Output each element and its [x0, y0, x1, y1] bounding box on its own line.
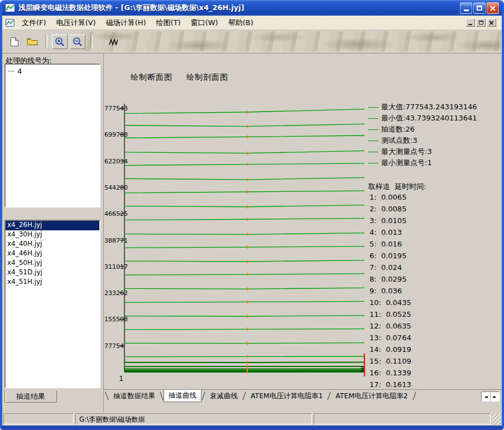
menu-item[interactable]: 窗口(W): [186, 16, 223, 30]
delay-line: 3: 0.0105: [368, 216, 502, 228]
list-item[interactable]: x4_51D.jyj: [6, 268, 99, 278]
mdi-restore-icon: [479, 21, 483, 25]
mdi-minimize-icon: [468, 24, 472, 25]
mdi-minimize-button[interactable]: [465, 18, 475, 27]
info-lines: 最大值:777543.243193146最小值:43.7393240113641…: [368, 102, 502, 168]
leader-line: [368, 163, 378, 163]
maximize-icon: [477, 6, 482, 11]
list-item[interactable]: x4_30H.jyj: [6, 230, 99, 240]
svg-text:1: 1: [119, 374, 123, 383]
info-line: 抽道数:26: [368, 124, 502, 135]
draw-profile-button[interactable]: 绘制剖面图: [184, 71, 231, 84]
toolbar-buttons: [7, 35, 124, 49]
waveform-icon: [109, 37, 119, 46]
delay-line: 9: 0.036: [368, 287, 502, 298]
status-path: G:\李丽数据\磁场数据: [75, 413, 312, 424]
svg-text:3: 3: [359, 365, 364, 373]
menu-item[interactable]: 文件(F): [17, 16, 51, 30]
zoom-out-button[interactable]: [70, 35, 85, 49]
delay-line: 15: 0.1109: [368, 357, 502, 369]
tab-item[interactable]: ATEM电压计算电阻率2: [331, 390, 412, 402]
waveform-button[interactable]: [106, 35, 122, 49]
tab-item[interactable]: 抽道数据结果: [109, 390, 160, 402]
delay-line: 4: 0.013: [368, 228, 502, 240]
chart-annotations: 最大值:777543.243193146最小值:43.7393240113641…: [368, 102, 502, 392]
minimize-button[interactable]: [460, 2, 472, 14]
file-list[interactable]: x4_26H.jyjx4_30H.jyjx4_40H.jyjx4_46H.jyj…: [4, 220, 100, 388]
info-text: 最小值:43.7393240113641: [381, 113, 477, 123]
info-line: 最小测量点号:1: [368, 157, 502, 168]
mdi-controls: [465, 18, 498, 27]
delay-line: 11: 0.0525: [368, 310, 502, 322]
menu-item[interactable]: 磁场计算(H): [101, 16, 151, 30]
tab-scroll-left-button[interactable]: ◄: [482, 392, 491, 401]
draw-section-button[interactable]: 绘制断面图: [128, 71, 175, 84]
menu-item[interactable]: 帮助(B): [223, 16, 258, 30]
tab-divider: [160, 392, 163, 400]
tab-divider: [201, 392, 205, 400]
toolbar-separator: [90, 35, 93, 49]
tab-item[interactable]: ATEM电压计算电阻率1: [246, 390, 327, 402]
list-item[interactable]: x4_26H.jyj: [6, 221, 99, 230]
delay-header: 取样道 延时时间:: [368, 182, 502, 193]
list-item[interactable]: x4_40H.jyj: [6, 240, 99, 249]
zoom-in-icon: [55, 37, 65, 47]
tree-branch-line: [8, 71, 15, 71]
leader-line: [368, 107, 378, 108]
tab-item[interactable]: 衰减曲线: [205, 390, 242, 402]
left-panel: 处理的线号为: 4 x4_26H.jyjx4_30H.jyjx4_40H.jyj…: [2, 54, 104, 412]
app-window: 浅层瞬变电磁法数据处理软件 - [G:\李丽数据\磁场数据\x4_26H.jyj…: [0, 0, 504, 430]
toolbar-separator: [45, 35, 47, 49]
leader-line: [368, 129, 378, 130]
line-tree[interactable]: 4: [4, 64, 100, 207]
resize-grip[interactable]: [492, 413, 501, 424]
child-window-icon[interactable]: [6, 19, 15, 27]
new-document-button[interactable]: [7, 35, 22, 49]
zoom-in-button[interactable]: [52, 35, 68, 49]
app-icon: [5, 3, 15, 12]
list-item[interactable]: x4_51H.jyj: [6, 278, 99, 287]
menu-item[interactable]: 电压计算(V): [51, 16, 101, 30]
tab-divider: [105, 392, 108, 400]
tree-item[interactable]: 4: [8, 66, 97, 76]
open-folder-icon: [27, 37, 38, 46]
mdi-restore-button[interactable]: [476, 18, 486, 27]
channel-curves-chart[interactable]: 7775415550823326231101738877146652554428…: [104, 99, 368, 388]
maximize-button[interactable]: [473, 2, 486, 14]
delay-line: 12: 0.0635: [368, 322, 502, 334]
new-document-icon: [10, 37, 19, 47]
delay-line: 7: 0.024: [368, 263, 502, 275]
delay-line: 13: 0.0764: [368, 334, 502, 345]
tab-scroll-right-button[interactable]: ►: [491, 392, 499, 401]
open-folder-button[interactable]: [25, 35, 40, 49]
toolbar: [2, 30, 502, 54]
tab-divider: [242, 392, 246, 400]
toolbar-texture: [81, 31, 501, 51]
leader-line: [368, 118, 378, 119]
mdi-close-button[interactable]: [487, 18, 496, 27]
tab-active[interactable]: 抽道曲线: [164, 390, 201, 402]
minimize-icon: [464, 9, 469, 11]
delay-lines: 1: 0.00652: 0.00853: 0.01054: 0.0135: 0.…: [368, 193, 502, 392]
tab-labels: 抽道数据结果抽道曲线衰减曲线ATEM电压计算电阻率1ATEM电压计算电阻率2: [105, 390, 416, 402]
info-text: 测试点数:3: [381, 136, 417, 146]
close-button[interactable]: [487, 2, 499, 14]
delay-line: 2: 0.0085: [368, 205, 502, 216]
info-text: 抽道数:26: [381, 124, 415, 134]
delay-line: 8: 0.0295: [368, 275, 502, 287]
list-item[interactable]: x4_46H.jyj: [6, 249, 99, 259]
titlebar[interactable]: 浅层瞬变电磁法数据处理软件 - [G:\李丽数据\磁场数据\x4_26H.jyj…: [2, 0, 502, 16]
tree-item-label: 4: [17, 67, 22, 75]
info-text: 最大值:777543.243193146: [381, 102, 477, 112]
left-tab-channel-result[interactable]: 抽道结果: [4, 390, 57, 403]
list-item[interactable]: x4_50H.jyj: [6, 259, 99, 268]
status-panel-left: [3, 413, 74, 424]
main-panel: 绘制断面图 绘制剖面图 7775415550823326231101738877…: [104, 54, 502, 412]
tab-scroll-control: ◄ ►: [481, 392, 500, 402]
tab-divider: [412, 392, 416, 400]
statusbar: G:\李丽数据\磁场数据: [2, 412, 502, 426]
client-area: 处理的线号为: 4 x4_26H.jyjx4_30H.jyjx4_40H.jyj…: [2, 54, 502, 412]
menu-item[interactable]: 绘图(T): [151, 16, 186, 30]
delay-line: 16: 0.1339: [368, 369, 502, 380]
leader-line: [368, 141, 378, 141]
